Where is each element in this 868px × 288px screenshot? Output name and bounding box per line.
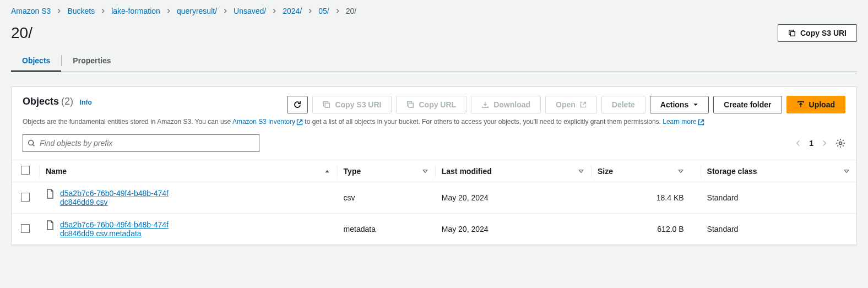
cell-type: metadata (337, 214, 435, 245)
filter-icon[interactable] (677, 168, 684, 175)
actions-label: Actions (660, 100, 688, 109)
chevron-right-icon (100, 8, 106, 14)
tab-objects[interactable]: Objects (11, 50, 61, 72)
chevron-right-icon (166, 8, 171, 14)
breadcrumb-link[interactable]: Amazon S3 (11, 7, 51, 15)
desc-text: Objects are the fundamental entities sto… (23, 118, 232, 126)
table-row: d5a2b7c6-76b0-49f4-b48b-474fdc846dd9.csv… (12, 182, 856, 214)
download-button-disabled: Download (471, 96, 541, 113)
breadcrumb-link[interactable]: 05/ (318, 7, 329, 15)
tabs: Objects Properties (11, 50, 857, 72)
chevron-right-icon (307, 8, 313, 14)
search-input[interactable] (39, 138, 254, 148)
info-link[interactable]: Info (80, 99, 92, 106)
download-label: Download (493, 100, 530, 109)
search-icon (28, 139, 35, 147)
upload-button[interactable]: Upload (786, 96, 845, 113)
refresh-button[interactable] (287, 96, 308, 113)
breadcrumb-link[interactable]: lake-formation (111, 7, 160, 15)
chevron-right-icon (223, 8, 228, 14)
caret-down-icon (693, 102, 698, 107)
copy-icon (323, 101, 330, 108)
object-name-link[interactable]: d5a2b7c6-76b0-49f4-b48b-474fdc846dd9.csv (60, 189, 170, 207)
open-button-disabled: Open (545, 96, 597, 113)
filter-icon[interactable] (422, 168, 428, 175)
breadcrumb-link[interactable]: Unsaved/ (234, 7, 266, 15)
delete-button-disabled: Delete (601, 96, 645, 113)
copy-s3-uri-button-disabled: Copy S3 URI (312, 96, 392, 113)
learn-more-label: Learn more (663, 118, 696, 126)
col-size[interactable]: Size (598, 167, 675, 176)
create-folder-button[interactable]: Create folder (713, 96, 782, 113)
prev-page-button (795, 140, 801, 146)
external-link-icon (296, 119, 303, 126)
next-page-button (821, 140, 828, 146)
svg-point-7 (839, 142, 842, 145)
copy-icon (406, 101, 414, 108)
search-input-wrapper[interactable] (23, 134, 259, 152)
copy-s3-uri-label: Copy S3 URI (800, 29, 847, 37)
tab-properties[interactable]: Properties (62, 50, 122, 72)
refresh-icon (293, 100, 302, 109)
copy-s3-uri-label: Copy S3 URI (335, 100, 381, 109)
svg-point-6 (29, 140, 34, 145)
upload-icon (797, 101, 805, 108)
cell-last-modified: May 20, 2024 (435, 182, 591, 214)
panel-count: (2) (61, 96, 73, 107)
breadcrumb-link[interactable]: queryresult/ (177, 7, 217, 15)
file-icon (46, 220, 55, 230)
sort-asc-icon[interactable] (324, 168, 330, 175)
pager: 1 (795, 138, 845, 148)
copy-url-label: Copy URL (419, 100, 456, 109)
select-all-checkbox[interactable] (21, 166, 30, 175)
copy-url-button-disabled: Copy URL (396, 96, 466, 113)
filter-icon[interactable] (578, 168, 584, 175)
external-link-icon (580, 101, 587, 108)
chevron-right-icon (56, 8, 62, 14)
object-name-link[interactable]: d5a2b7c6-76b0-49f4-b48b-474fdc846dd9.csv… (60, 220, 170, 238)
page-number: 1 (809, 139, 813, 148)
cell-size: 18.4 KB (591, 182, 701, 214)
cell-last-modified: May 20, 2024 (435, 214, 591, 245)
settings-button[interactable] (836, 138, 845, 148)
filter-icon[interactable] (843, 168, 850, 175)
inventory-link-label: Amazon S3 inventory (232, 118, 295, 126)
upload-label: Upload (809, 100, 835, 109)
breadcrumb-link[interactable]: 2024/ (283, 7, 302, 15)
col-storage-class[interactable]: Storage class (707, 167, 757, 176)
col-name[interactable]: Name (46, 167, 67, 176)
table-row: d5a2b7c6-76b0-49f4-b48b-474fdc846dd9.csv… (12, 214, 856, 245)
delete-label: Delete (612, 100, 635, 109)
svg-rect-3 (326, 103, 330, 107)
chevron-right-icon (272, 8, 277, 14)
row-checkbox[interactable] (21, 224, 30, 233)
svg-rect-5 (409, 103, 414, 107)
objects-table: Name Type Last modified (12, 160, 856, 244)
panel-title: Objects (23, 96, 59, 107)
objects-panel: Objects (2) Info Copy S3 URI Copy URL (11, 86, 857, 245)
chevron-right-icon (335, 8, 340, 14)
cell-storage-class: Standard (701, 182, 856, 214)
create-folder-label: Create folder (724, 100, 771, 109)
open-label: Open (556, 100, 576, 109)
copy-s3-uri-button[interactable]: Copy S3 URI (778, 24, 857, 42)
copy-icon (788, 29, 796, 37)
actions-button[interactable]: Actions (650, 96, 709, 113)
learn-more-link[interactable]: Learn more (663, 118, 704, 126)
breadcrumb-current: 20/ (346, 7, 356, 15)
breadcrumb-link[interactable]: Buckets (67, 7, 95, 15)
page-title: 20/ (11, 24, 32, 42)
cell-type: csv (337, 182, 435, 214)
download-icon (481, 101, 489, 108)
col-type[interactable]: Type (344, 167, 361, 176)
cell-size: 612.0 B (591, 214, 701, 245)
file-icon (46, 189, 55, 199)
desc-text: to get a list of all objects in your buc… (305, 118, 663, 126)
external-link-icon (698, 119, 704, 126)
inventory-link[interactable]: Amazon S3 inventory (232, 118, 303, 126)
row-checkbox[interactable] (21, 193, 30, 202)
col-last-modified[interactable]: Last modified (442, 167, 492, 176)
cell-storage-class: Standard (701, 214, 856, 245)
breadcrumb: Amazon S3 Buckets lake-formation queryre… (11, 6, 857, 19)
toolbar: Copy S3 URI Copy URL Download Open Delet… (287, 96, 845, 113)
